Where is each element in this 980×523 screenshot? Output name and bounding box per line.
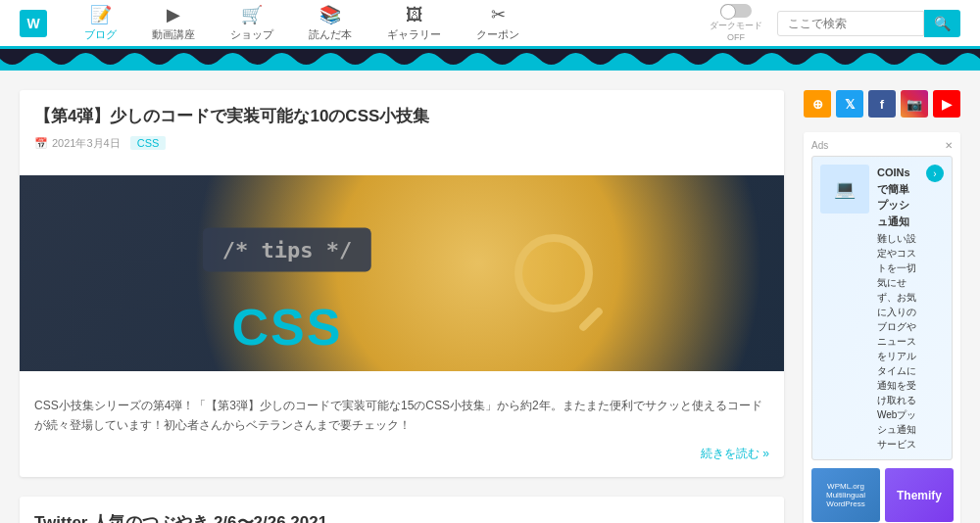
- instagram-icon: 📷: [906, 97, 922, 112]
- ads-section: Ads ✕ 💻 COINsで簡単プッシュ通知 難しい設定やコストを一切気にせず、…: [804, 132, 960, 523]
- nav-item-video[interactable]: ▶ 動画講座: [134, 0, 213, 47]
- read-more-link-1[interactable]: 続きを読む: [701, 446, 769, 462]
- ad-2-right-text: Themify: [897, 489, 942, 502]
- books-icon: 📚: [319, 4, 341, 25]
- article-1-date: 2021年3月4日: [34, 136, 121, 151]
- article-2-title: Twitter 人気のつぶやき 2/6〜2/26 2021: [34, 511, 769, 523]
- nav-label-books: 読んだ本: [309, 27, 352, 42]
- nav-label-shop: ショップ: [230, 27, 273, 42]
- main-layout: 【第4弾】少しのコードで実装可能な10のCSS小技集 2021年3月4日 CSS…: [0, 71, 980, 523]
- toggle-switch[interactable]: [720, 4, 752, 18]
- sidebar: ⊕ 𝕏 f 📷 ▶ Ads ✕ 💻: [804, 90, 960, 523]
- article-1-inner: 【第4弾】少しのコードで実装可能な10のCSS小技集 2021年3月4日 CSS: [20, 90, 784, 175]
- video-icon: ▶: [167, 4, 180, 25]
- ads-text: Ads: [811, 140, 828, 151]
- instagram-button[interactable]: 📷: [901, 90, 928, 118]
- nav-label-gallery: ギャラリー: [387, 27, 441, 42]
- dark-mode-state: OFF: [727, 32, 745, 42]
- magnifier-icon: [514, 234, 593, 312]
- ad-1-image: 💻: [820, 165, 869, 214]
- ad-1-desc: 難しい設定やコストを一切気にせず、お気に入りのブログやニュースをリアルタイムに通…: [877, 231, 918, 452]
- youtube-icon: ▶: [942, 97, 952, 112]
- nav-item-shop[interactable]: 🛒 ショップ: [213, 0, 291, 47]
- ad-2-right[interactable]: Themify: [885, 468, 954, 522]
- logo-icon: W: [20, 10, 47, 37]
- shop-icon: 🛒: [241, 4, 263, 25]
- header: W 📝 ブログ ▶ 動画講座 🛒 ショップ 📚 読んだ本 🖼 ギャラリー ✂ ク…: [0, 0, 980, 49]
- main-nav: 📝 ブログ ▶ 動画講座 🛒 ショップ 📚 読んだ本 🖼 ギャラリー ✂ クーポ…: [67, 0, 710, 47]
- nav-item-gallery[interactable]: 🖼 ギャラリー: [369, 0, 459, 47]
- article-1: 【第4弾】少しのコードで実装可能な10のCSS小技集 2021年3月4日 CSS…: [20, 90, 784, 477]
- ads-label: Ads ✕: [811, 140, 953, 151]
- ads-close-icon[interactable]: ✕: [945, 140, 953, 151]
- article-1-meta: 2021年3月4日 CSS: [34, 136, 769, 151]
- gallery-icon: 🖼: [406, 5, 423, 25]
- article-1-image: /* tips */ CSS: [20, 175, 784, 371]
- css-label: CSS: [232, 298, 343, 357]
- search-area: 🔍: [777, 10, 960, 37]
- nav-item-blog[interactable]: 📝 ブログ: [67, 0, 134, 47]
- sidebar-social: ⊕ 𝕏 f 📷 ▶: [804, 90, 960, 118]
- ad-1-button[interactable]: ›: [926, 165, 944, 182]
- nav-label-blog: ブログ: [84, 27, 117, 42]
- youtube-button[interactable]: ▶: [933, 90, 960, 118]
- blog-icon: 📝: [90, 4, 112, 25]
- ad-1-text: COINsで簡単プッシュ通知 難しい設定やコストを一切気にせず、お気に入りのブロ…: [877, 165, 918, 452]
- ad-banner-2: WPML.org Multilingual WordPress Themify: [811, 468, 953, 522]
- code-box: /* tips */: [203, 227, 371, 271]
- rss-button[interactable]: ⊕: [804, 90, 831, 118]
- coupon-icon: ✂: [491, 4, 506, 25]
- article-1-excerpt: CSS小技集シリーズの第4弾！「【第3弾】少しのコードで実装可能な15のCSS小…: [34, 396, 769, 436]
- dark-mode-toggle[interactable]: ダークモード OFF: [710, 4, 762, 42]
- nav-item-books[interactable]: 📚 読んだ本: [291, 0, 369, 47]
- logo: W: [20, 10, 47, 37]
- search-button[interactable]: 🔍: [924, 10, 960, 37]
- rss-icon: ⊕: [812, 97, 823, 112]
- nav-label-coupon: クーポン: [476, 27, 519, 42]
- search-input[interactable]: [777, 11, 924, 36]
- facebook-button[interactable]: f: [868, 90, 896, 118]
- read-more-1: 続きを読む: [34, 446, 769, 462]
- content-area: 【第4弾】少しのコードで実装可能な10のCSS小技集 2021年3月4日 CSS…: [20, 90, 784, 523]
- twitter-icon: 𝕏: [845, 97, 855, 112]
- wave-decoration: [0, 49, 980, 71]
- twitter-button[interactable]: 𝕏: [836, 90, 863, 118]
- ad-1-title: COINsで簡単プッシュ通知: [877, 165, 918, 229]
- dark-mode-label: ダークモード: [710, 20, 762, 32]
- article-2-inner: Twitter 人気のつぶやき 2/6〜2/26 2021 2021年2月28日…: [20, 497, 784, 523]
- facebook-icon: f: [880, 97, 884, 112]
- ad-2-left-text: WPML.org Multilingual WordPress: [826, 482, 865, 508]
- article-1-title: 【第4弾】少しのコードで実装可能な10のCSS小技集: [34, 105, 769, 128]
- article-1-body: CSS小技集シリーズの第4弾！「【第3弾】少しのコードで実装可能な15のCSS小…: [20, 371, 784, 477]
- nav-item-coupon[interactable]: ✂ クーポン: [459, 0, 537, 47]
- ad-banner-1[interactable]: 💻 COINsで簡単プッシュ通知 難しい設定やコストを一切気にせず、お気に入りの…: [811, 156, 953, 460]
- article-2: Twitter 人気のつぶやき 2/6〜2/26 2021 2021年2月28日…: [20, 497, 784, 523]
- nav-label-video: 動画講座: [152, 27, 195, 42]
- article-1-tag[interactable]: CSS: [130, 136, 167, 150]
- ad-2-left[interactable]: WPML.org Multilingual WordPress: [811, 468, 880, 522]
